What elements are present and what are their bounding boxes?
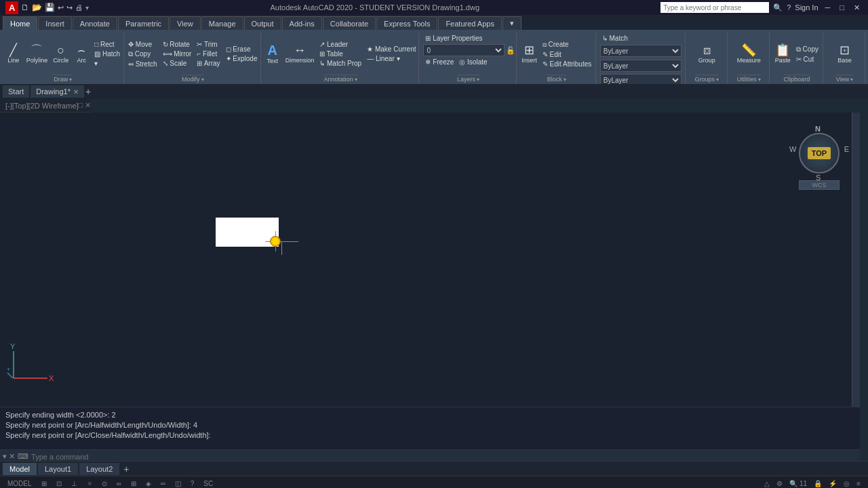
draw-hatch-btn[interactable]: ▨ Hatch — [92, 49, 122, 58]
canvas[interactable]: N S W E TOP WCS X Y + — [0, 113, 860, 407]
measure-btn[interactable]: 📏 Measure — [735, 43, 763, 65]
tab-view[interactable]: View — [170, 16, 201, 30]
qat-new[interactable]: 🗋 — [21, 3, 29, 12]
tab-insert[interactable]: Insert — [38, 16, 72, 30]
viewport-maximize[interactable]: □ ✕ — [79, 101, 92, 110]
tab-parametric[interactable]: Parametric — [118, 16, 169, 30]
modify-rotate-btn[interactable]: ↻ Rotate — [161, 40, 194, 49]
status-qp[interactable]: ? — [189, 480, 197, 487]
tab-more[interactable]: ▾ — [502, 16, 521, 30]
annotation-linear-btn[interactable]: — Linear ▾ — [365, 54, 418, 63]
add-layout-btn[interactable]: + — [121, 464, 132, 474]
viewcube[interactable]: N S W E TOP WCS — [792, 126, 846, 180]
modify-copy-btn[interactable]: ⧉ Copy — [126, 49, 159, 59]
tab-featured[interactable]: Featured Apps — [438, 16, 502, 30]
block-editattr-btn[interactable]: ✎ Edit Attributes — [540, 60, 593, 68]
qat-redo[interactable]: ↪ — [66, 3, 73, 12]
qat-undo[interactable]: ↩ — [58, 3, 64, 12]
modify-trim-btn[interactable]: ✂ Trim — [195, 40, 222, 49]
tab-annotate[interactable]: Annotate — [73, 16, 117, 30]
qat-plot[interactable]: 🖨 — [75, 3, 83, 12]
status-customize[interactable]: ≡ — [854, 480, 863, 487]
tab-express[interactable]: Express Tools — [376, 16, 437, 30]
add-drawing-tab[interactable]: + — [85, 86, 91, 97]
view-group-label[interactable]: View▾ — [836, 75, 853, 83]
color-select[interactable]: ByLayer — [600, 45, 682, 57]
layer-select[interactable]: 0 — [423, 44, 505, 56]
win-maximize[interactable]: □ — [837, 3, 847, 12]
compass-top-btn[interactable]: TOP — [808, 147, 831, 159]
status-zoom[interactable]: 🔍 11 — [787, 480, 809, 487]
tab-output[interactable]: Output — [244, 16, 281, 30]
annotation-makecurrent-btn[interactable]: ★ Make Current — [365, 45, 418, 54]
tab-model[interactable]: Model — [3, 463, 37, 475]
status-osnap[interactable]: ⊙ — [100, 480, 109, 487]
draw-line-btn[interactable]: ╱ Line — [4, 43, 23, 65]
annotation-text-btn[interactable]: A Text — [263, 42, 282, 66]
win-minimize[interactable]: ─ — [823, 3, 833, 12]
doc-tab-start[interactable]: Start — [3, 85, 29, 98]
draw-group-label[interactable]: Draw▾ — [54, 75, 72, 83]
copy-btn[interactable]: ⧉ Copy — [794, 45, 821, 54]
draw-arc-btn[interactable]: ⌢ Arc — [72, 43, 91, 65]
tab-home[interactable]: Home — [3, 16, 37, 30]
layer-properties-btn[interactable]: ⊞ Layer Properties — [423, 34, 484, 43]
cmd-expand-btn[interactable]: ▾ ✕ — [3, 452, 15, 461]
doc-tab-drawing1[interactable]: Drawing1* ✕ — [31, 85, 84, 98]
group-btn[interactable]: ⧈ Group — [696, 43, 717, 65]
tab-manage[interactable]: Manage — [201, 16, 243, 30]
annotation-group-label[interactable]: Annotation▾ — [324, 75, 357, 83]
qat-open[interactable]: 📂 — [32, 3, 42, 12]
status-lw[interactable]: ═ — [159, 480, 167, 487]
status-hardware[interactable]: ⚡ — [827, 480, 839, 487]
status-snap[interactable]: ⊡ — [54, 480, 64, 487]
status-dyn[interactable]: ◈ — [144, 480, 153, 487]
tab-layout2[interactable]: Layout2 — [79, 463, 119, 475]
status-lock[interactable]: 🔒 — [812, 480, 824, 487]
tab-collaborate[interactable]: Collaborate — [323, 16, 376, 30]
layer-freeze-btn[interactable]: ❄ Freeze — [423, 58, 456, 66]
status-sc[interactable]: SC — [201, 480, 215, 487]
status-ortho[interactable]: ⊥ — [69, 480, 79, 487]
modify-scale-btn[interactable]: ⤡ Scale — [161, 59, 194, 68]
help-icon[interactable]: ? — [787, 3, 791, 12]
linetype-select[interactable]: ByLayer — [600, 60, 682, 72]
cutclip-btn[interactable]: ✂ Cut — [794, 55, 821, 64]
view-base-btn[interactable]: ⊡ Base — [835, 43, 854, 65]
tab-addins[interactable]: Add-ins — [282, 16, 322, 30]
vertical-scrollbar[interactable] — [852, 113, 860, 407]
draw-rect-btn[interactable]: □ Rect — [92, 40, 122, 49]
draw-polyline-btn[interactable]: ⌒ Polyline — [24, 43, 50, 65]
win-close[interactable]: ✕ — [851, 3, 863, 12]
modify-explode-btn[interactable]: ✦ Explode — [224, 54, 260, 63]
draw-circle-btn[interactable]: ○ Circle — [51, 43, 71, 65]
wcs-badge[interactable]: WCS — [799, 180, 840, 190]
status-isolate[interactable]: ◎ — [842, 480, 852, 487]
status-otrack[interactable]: ∞ — [115, 480, 123, 487]
block-create-btn[interactable]: ⧈ Create — [540, 40, 593, 49]
keyword-search[interactable] — [660, 2, 769, 13]
close-drawing1[interactable]: ✕ — [73, 88, 79, 96]
signin-btn[interactable]: Sign In — [795, 3, 818, 12]
annotation-matchprop-btn[interactable]: ↳ Match Prop — [317, 59, 363, 68]
groups-group-label[interactable]: Groups▾ — [695, 75, 719, 83]
block-edit-btn[interactable]: ✎ Edit — [540, 50, 593, 59]
annotation-dim-btn[interactable]: ↔ Dimension — [283, 43, 317, 65]
paste-btn[interactable]: 📋 Paste — [773, 43, 793, 65]
draw-more-btn[interactable]: ▾ — [92, 59, 122, 68]
status-ducs[interactable]: ⊞ — [129, 480, 138, 487]
annotation-leader-btn[interactable]: ↗ Leader — [317, 40, 363, 49]
status-annotate[interactable]: △ — [762, 480, 772, 487]
modify-fillet-btn[interactable]: ⌐ Fillet — [195, 49, 222, 58]
status-model[interactable]: MODEL — [5, 480, 34, 487]
modify-erase-btn[interactable]: ◻ Erase — [224, 45, 260, 54]
modify-move-btn[interactable]: ✥ Move — [126, 40, 159, 49]
modify-array-btn[interactable]: ⊞ Array — [195, 59, 222, 68]
modify-stretch-btn[interactable]: ⇔ Stretch — [126, 60, 159, 68]
layers-group-label[interactable]: Layers▾ — [457, 75, 479, 83]
utilities-group-label[interactable]: Utilities▾ — [737, 75, 761, 83]
tab-layout1[interactable]: Layout1 — [38, 463, 78, 475]
modify-group-label[interactable]: Modify▾ — [182, 75, 204, 83]
match-properties-btn[interactable]: ↳ Match — [600, 34, 630, 43]
block-group-label[interactable]: Block▾ — [547, 75, 566, 83]
